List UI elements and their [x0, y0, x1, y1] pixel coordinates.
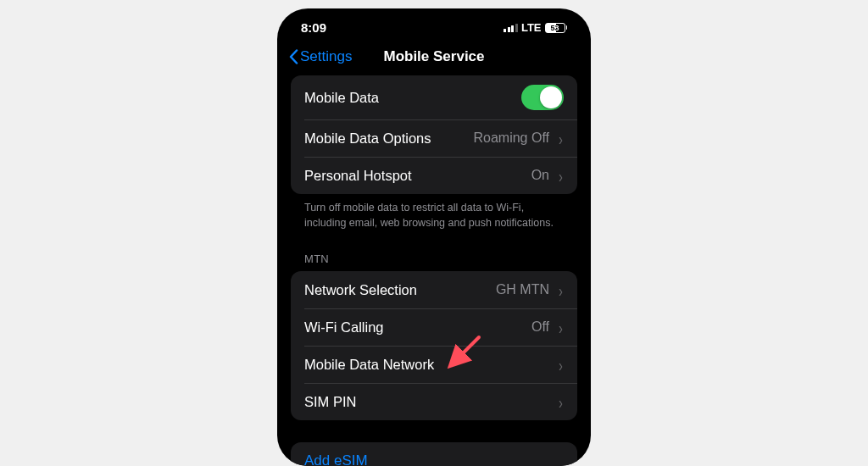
row-value: Roaming Off: [473, 130, 549, 146]
signal-icon: [504, 24, 518, 32]
row-label: Mobile Data Network: [304, 357, 434, 373]
battery-icon: 53: [545, 23, 568, 33]
page-title: Mobile Service: [383, 48, 484, 65]
row-value: GH MTN: [496, 282, 549, 297]
row-sim-pin[interactable]: SIM PIN ›: [291, 383, 577, 420]
row-value: Off: [531, 319, 549, 335]
chevron-right-icon: ›: [559, 130, 563, 147]
row-mobile-data-options[interactable]: Mobile Data Options Roaming Off ›: [291, 119, 577, 157]
row-mobile-data-network[interactable]: Mobile Data Network ›: [291, 346, 577, 383]
row-label: Personal Hotspot: [304, 168, 412, 184]
row-wifi-calling[interactable]: Wi-Fi Calling Off ›: [291, 308, 577, 346]
row-label: Mobile Data: [304, 90, 379, 106]
row-label: Mobile Data Options: [304, 130, 431, 147]
group-esim: Add eSIM: [291, 442, 577, 466]
row-mobile-data[interactable]: Mobile Data: [291, 75, 577, 119]
row-label: Wi-Fi Calling: [304, 319, 384, 336]
group-footer: Turn off mobile data to restrict all dat…: [291, 194, 577, 234]
status-time: 8:09: [301, 20, 326, 35]
row-label: Network Selection: [304, 282, 417, 298]
row-network-selection[interactable]: Network Selection GH MTN ›: [291, 271, 577, 308]
group-mobile-data: Mobile Data Mobile Data Options Roaming …: [291, 75, 577, 194]
status-bar: 8:09 LTE 53: [277, 8, 591, 40]
chevron-right-icon: ›: [559, 393, 563, 411]
content: Mobile Data Mobile Data Options Roaming …: [277, 75, 591, 466]
row-add-esim[interactable]: Add eSIM: [291, 442, 577, 466]
status-right: LTE 53: [504, 21, 567, 34]
back-label: Settings: [300, 48, 352, 65]
network-label: LTE: [521, 21, 542, 34]
chevron-right-icon: ›: [559, 319, 563, 336]
chevron-right-icon: ›: [559, 281, 563, 299]
row-value: On: [531, 168, 549, 183]
section-header-carrier: MTN: [291, 234, 577, 271]
row-personal-hotspot[interactable]: Personal Hotspot On ›: [291, 157, 577, 194]
phone-frame: 8:09 LTE 53 Settings Mobile Service Mobi…: [277, 8, 591, 466]
add-esim-label: Add eSIM: [304, 452, 368, 466]
chevron-right-icon: ›: [559, 356, 563, 374]
chevron-left-icon: [289, 49, 298, 64]
chevron-right-icon: ›: [559, 167, 563, 185]
toggle-mobile-data[interactable]: [521, 85, 564, 110]
row-label: SIM PIN: [304, 394, 356, 410]
back-button[interactable]: Settings: [289, 48, 352, 65]
nav-bar: Settings Mobile Service: [277, 40, 591, 75]
group-carrier: Network Selection GH MTN › Wi-Fi Calling…: [291, 271, 577, 420]
